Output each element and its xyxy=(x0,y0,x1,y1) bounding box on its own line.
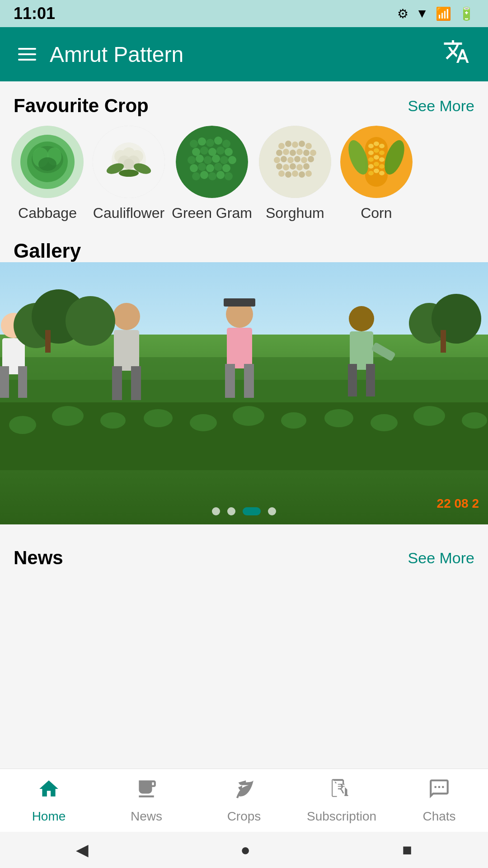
nav-label-subscription: Subscription xyxy=(307,809,376,824)
app-header: Amrut Pattern xyxy=(0,27,488,81)
news-icon xyxy=(135,778,158,806)
svg-rect-112 xyxy=(131,366,141,400)
svg-point-97 xyxy=(144,409,173,427)
svg-point-57 xyxy=(274,157,280,163)
svg-point-86 xyxy=(379,164,385,169)
home-icon xyxy=(38,778,60,806)
svg-point-19 xyxy=(190,140,198,148)
crop-circle-cabbage xyxy=(11,126,84,198)
svg-point-70 xyxy=(292,170,298,177)
svg-point-37 xyxy=(206,164,214,172)
nav-item-crops[interactable]: Crops xyxy=(195,778,293,824)
favourite-crop-see-more[interactable]: See More xyxy=(408,97,474,115)
svg-point-53 xyxy=(290,150,296,156)
svg-point-34 xyxy=(228,156,236,164)
svg-point-18 xyxy=(176,126,248,198)
crop-item-sorghum[interactable]: Sorghum xyxy=(257,126,333,222)
svg-text:₹: ₹ xyxy=(337,782,345,796)
svg-point-104 xyxy=(462,412,487,429)
bottom-nav: Home News Crops ₹ Subscription xyxy=(0,769,488,832)
gallery-dot-1[interactable] xyxy=(212,507,220,515)
svg-point-60 xyxy=(294,156,300,162)
svg-point-84 xyxy=(374,162,379,166)
svg-rect-120 xyxy=(348,364,357,396)
crop-item-cauliflower[interactable]: Cauliflower xyxy=(90,126,167,222)
svg-point-72 xyxy=(305,170,312,177)
crop-item-cabbage[interactable]: Cabbage xyxy=(9,126,86,222)
svg-point-128 xyxy=(432,294,481,344)
gallery-dots xyxy=(212,507,276,515)
crop-circle-cauliflower xyxy=(93,126,165,198)
translate-icon[interactable] xyxy=(443,38,470,71)
svg-point-40 xyxy=(192,172,200,180)
svg-point-102 xyxy=(371,414,398,431)
android-home-button[interactable]: ● xyxy=(240,840,250,859)
hamburger-menu[interactable] xyxy=(18,48,36,61)
app-title: Amrut Pattern xyxy=(50,42,183,67)
svg-point-32 xyxy=(212,155,220,163)
svg-point-82 xyxy=(368,157,374,162)
gear-icon: ⚙ xyxy=(397,6,408,21)
svg-point-42 xyxy=(208,172,216,180)
crop-name-cauliflower: Cauliflower xyxy=(93,204,164,222)
svg-point-79 xyxy=(368,151,374,155)
svg-point-14 xyxy=(123,159,134,170)
svg-point-87 xyxy=(374,169,379,173)
svg-rect-107 xyxy=(0,366,9,398)
favourite-crop-title: Favourite Crop xyxy=(14,95,149,117)
svg-point-54 xyxy=(296,149,303,155)
nav-item-subscription[interactable]: ₹ Subscription xyxy=(293,778,390,824)
svg-rect-121 xyxy=(366,364,375,396)
svg-point-65 xyxy=(290,163,296,170)
svg-point-17 xyxy=(119,170,139,177)
svg-point-38 xyxy=(214,163,222,171)
nav-label-news: News xyxy=(131,809,162,824)
svg-point-46 xyxy=(278,143,285,149)
crop-circle-green-gram xyxy=(176,126,248,198)
nav-label-crops: Crops xyxy=(227,809,261,824)
svg-point-71 xyxy=(299,171,305,178)
svg-point-125 xyxy=(66,296,115,346)
hamburger-line xyxy=(18,53,36,55)
gallery-dot-4[interactable] xyxy=(268,507,276,515)
gallery-date: 22 08 2 xyxy=(437,496,479,511)
svg-point-25 xyxy=(200,146,208,155)
svg-point-83 xyxy=(379,157,385,162)
status-icons: ⚙ ▼ 📶 🔋 xyxy=(397,6,474,21)
crop-item-green-gram[interactable]: Green Gram xyxy=(172,126,252,222)
svg-point-21 xyxy=(206,139,214,147)
svg-point-66 xyxy=(296,164,303,170)
svg-point-6 xyxy=(38,157,56,171)
svg-point-69 xyxy=(285,171,291,178)
header-left: Amrut Pattern xyxy=(18,42,183,67)
nav-item-home[interactable]: Home xyxy=(0,778,98,824)
hamburger-line xyxy=(18,59,36,61)
svg-point-101 xyxy=(324,409,353,427)
crop-circle-sorghum xyxy=(259,126,331,198)
svg-point-103 xyxy=(413,406,445,426)
svg-point-75 xyxy=(374,142,379,146)
svg-point-81 xyxy=(374,155,379,160)
gallery-dot-2[interactable] xyxy=(227,507,235,515)
svg-point-39 xyxy=(222,164,230,172)
crops-icon xyxy=(233,778,255,806)
svg-rect-108 xyxy=(18,366,27,398)
nav-item-news[interactable]: News xyxy=(98,778,195,824)
svg-point-89 xyxy=(379,171,385,175)
crop-item-corn[interactable]: Corn xyxy=(338,126,415,222)
android-back-button[interactable]: ◀ xyxy=(76,840,89,859)
svg-point-80 xyxy=(379,151,385,155)
nav-label-home: Home xyxy=(32,809,66,824)
svg-point-95 xyxy=(52,406,84,426)
news-see-more[interactable]: See More xyxy=(408,549,474,567)
gallery-section: Gallery xyxy=(0,231,488,524)
status-time: 11:01 xyxy=(14,4,55,23)
gallery-image[interactable]: 22 08 2 xyxy=(0,262,488,524)
svg-point-77 xyxy=(379,144,385,148)
android-recents-button[interactable]: ■ xyxy=(402,840,412,859)
svg-point-23 xyxy=(222,140,230,148)
crop-name-green-gram: Green Gram xyxy=(172,204,252,222)
gallery-dot-3[interactable] xyxy=(243,507,261,515)
nav-item-chats[interactable]: Chats xyxy=(390,778,488,824)
svg-point-78 xyxy=(374,148,379,153)
